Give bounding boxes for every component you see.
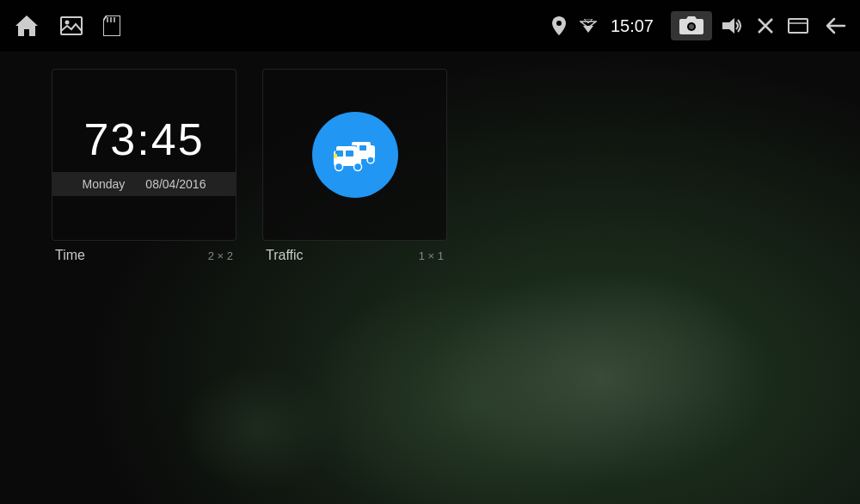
svg-point-2 (65, 21, 70, 25)
back-button[interactable] (819, 12, 850, 40)
traffic-widget-size: 1 × 1 (419, 249, 444, 262)
time-widget-label-row: Time 2 × 2 (52, 241, 236, 263)
camera-button[interactable] (671, 11, 712, 40)
top-bar: 15:07 (0, 0, 860, 52)
traffic-cars-icon (325, 133, 385, 176)
gallery-icon[interactable] (57, 13, 86, 39)
location-icon (549, 13, 569, 39)
top-bar-right: 15:07 (549, 11, 850, 40)
svg-point-11 (689, 24, 694, 29)
volume-button[interactable] (719, 14, 746, 38)
wifi-icon (576, 15, 600, 36)
time-widget-size: 2 × 2 (208, 249, 233, 262)
svg-point-26 (353, 163, 361, 171)
svg-point-20 (367, 157, 374, 163)
traffic-widget[interactable] (262, 69, 447, 241)
day-name: Monday (83, 177, 126, 191)
time-widget[interactable]: 73:45 Monday 08/04/2016 (52, 69, 236, 241)
svg-marker-12 (722, 18, 734, 34)
home-button[interactable] (10, 10, 43, 41)
time-widget-label: Time (55, 248, 85, 263)
svg-point-6 (556, 21, 562, 26)
traffic-widget-label-row: Traffic 1 × 1 (262, 241, 447, 263)
clock-display: 15:07 (607, 13, 657, 40)
main-content: 73:45 Monday 08/04/2016 Time 2 × 2 (0, 52, 860, 504)
svg-marker-0 (15, 15, 38, 36)
time-widget-container: 73:45 Monday 08/04/2016 Time 2 × 2 (52, 69, 236, 263)
sd-card-icon[interactable] (100, 12, 124, 40)
traffic-widget-container: Traffic 1 × 1 (262, 69, 447, 263)
date-value: 08/04/2016 (145, 177, 206, 191)
date-row: Monday 08/04/2016 (52, 172, 236, 196)
clock-time: 73:45 (83, 114, 204, 165)
svg-rect-1 (61, 17, 82, 34)
svg-rect-22 (359, 145, 366, 151)
window-button[interactable] (784, 15, 812, 37)
traffic-icon-circle (312, 112, 398, 198)
close-button[interactable] (753, 14, 777, 38)
svg-rect-28 (346, 151, 353, 157)
svg-rect-15 (789, 19, 808, 33)
traffic-widget-label: Traffic (266, 248, 304, 263)
top-bar-left (10, 10, 549, 41)
svg-rect-29 (334, 154, 337, 158)
svg-point-25 (335, 163, 342, 171)
